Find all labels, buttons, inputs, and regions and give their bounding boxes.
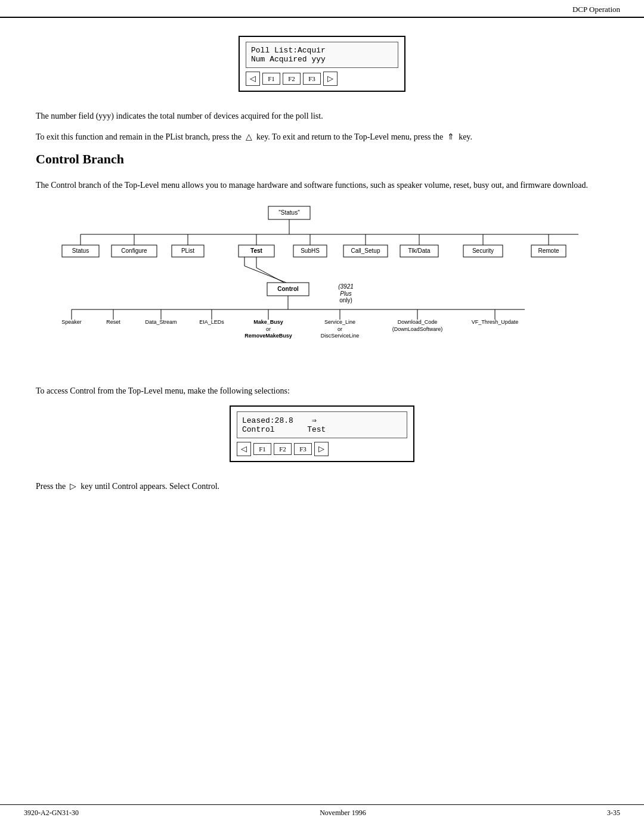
svg-text:Plus: Plus — [340, 290, 351, 297]
lcd-right-arrow: ▷ — [323, 72, 338, 86]
para4-text1: Press the — [36, 482, 66, 491]
lcd-f2: F2 — [283, 73, 301, 85]
lcd-screen-1: Poll List:Acquir Num Acquired yyy — [246, 42, 398, 68]
para4-key: ▷ — [70, 482, 76, 491]
footer-left: 3920-A2-GN31-30 — [24, 809, 79, 817]
lcd-f3: F3 — [303, 73, 321, 85]
tree-svg: "Status" — [36, 203, 608, 364]
lcd2-f3: F3 — [294, 443, 312, 455]
page-header: DCP Operation — [0, 0, 644, 18]
svg-text:Status: Status — [72, 247, 89, 254]
lcd-buttons-2: ◁ F1 F2 F3 ▷ — [237, 442, 407, 456]
svg-text:PList: PList — [181, 247, 194, 254]
tree-diagram: "Status" — [36, 203, 608, 367]
lcd2-line2: Control Test — [242, 425, 402, 434]
lcd2-right-arrow: ▷ — [314, 442, 329, 456]
svg-text:Make_Busy: Make_Busy — [253, 319, 283, 325]
svg-text:SubHS: SubHS — [301, 247, 320, 254]
svg-line-34 — [244, 266, 286, 283]
para2-key1: △ — [246, 132, 252, 141]
svg-text:Call_Setup: Call_Setup — [351, 247, 380, 254]
svg-text:only): only) — [339, 297, 352, 304]
paragraph-2: To exit this function and remain in the … — [36, 131, 608, 143]
svg-text:Remote: Remote — [538, 247, 559, 254]
paragraph-3: To access Control from the Top-Level men… — [36, 385, 608, 397]
para2-text1: To exit this function and remain in the … — [36, 132, 242, 141]
lcd2-f1: F1 — [253, 443, 271, 455]
main-content: Poll List:Acquir Num Acquired yyy ◁ F1 F… — [0, 18, 644, 549]
svg-text:Reset: Reset — [106, 319, 120, 325]
footer-center: November 1996 — [320, 809, 366, 817]
svg-text:RemoveMakeBusy: RemoveMakeBusy — [244, 333, 292, 339]
svg-text:Test: Test — [250, 247, 262, 254]
svg-text:(DownLoadSoftware): (DownLoadSoftware) — [392, 326, 443, 332]
svg-text:EIA_LEDs: EIA_LEDs — [199, 319, 224, 325]
svg-text:DiscServiceLine: DiscServiceLine — [321, 333, 360, 339]
paragraph-1: The number field (yyy) indicates the tot… — [36, 110, 608, 122]
svg-text:Speaker: Speaker — [61, 319, 82, 325]
lcd-buttons-1: ◁ F1 F2 F3 ▷ — [246, 72, 398, 86]
lcd2-left-arrow: ◁ — [237, 442, 251, 456]
page-footer: 3920-A2-GN31-30 November 1996 3-35 — [0, 804, 644, 821]
svg-text:VF_Thresh_Update: VF_Thresh_Update — [472, 319, 519, 325]
lcd2-line1: Leased:28.8 ⇒ — [242, 416, 402, 425]
svg-text:Tlk/Data: Tlk/Data — [408, 247, 431, 254]
para2-text2: key. To exit and return to the Top-Level… — [256, 132, 443, 141]
lcd2-f2: F2 — [274, 443, 292, 455]
lcd-display-2: Leased:28.8 ⇒ Control Test ◁ F1 F2 F3 ▷ — [230, 405, 414, 462]
lcd-f1: F1 — [262, 73, 280, 85]
svg-text:or: or — [266, 326, 271, 332]
svg-text:Service_Line: Service_Line — [324, 319, 355, 325]
svg-text:Control: Control — [277, 286, 299, 292]
lcd-line1: Poll List:Acquir — [251, 46, 393, 55]
svg-text:Download_Code: Download_Code — [398, 319, 438, 325]
svg-text:Configure: Configure — [121, 247, 147, 254]
svg-text:Data_Stream: Data_Stream — [145, 319, 177, 325]
section-paragraph: The Control branch of the Top-Level menu… — [36, 179, 608, 191]
footer-right: 3-35 — [607, 809, 620, 817]
para2-key2: ⇑ — [447, 132, 454, 141]
paragraph-4: Press the ▷ key until Control appears. S… — [36, 480, 608, 493]
svg-text:or: or — [338, 326, 342, 332]
lcd-line2: Num Acquired yyy — [251, 55, 393, 64]
svg-text:"Status": "Status" — [278, 209, 300, 216]
svg-text:Security: Security — [472, 247, 494, 254]
lcd-screen-2: Leased:28.8 ⇒ Control Test — [237, 411, 407, 438]
lcd-left-arrow: ◁ — [246, 72, 260, 86]
para4-text2: key until Control appears. Select Contro… — [80, 482, 219, 491]
svg-text:(3921: (3921 — [338, 283, 354, 290]
section-heading: Control Branch — [36, 151, 608, 167]
para2-text3: key. — [459, 132, 472, 141]
svg-line-32 — [256, 268, 286, 284]
lcd-display-1: Poll List:Acquir Num Acquired yyy ◁ F1 F… — [239, 36, 405, 92]
header-title: DCP Operation — [572, 5, 620, 14]
